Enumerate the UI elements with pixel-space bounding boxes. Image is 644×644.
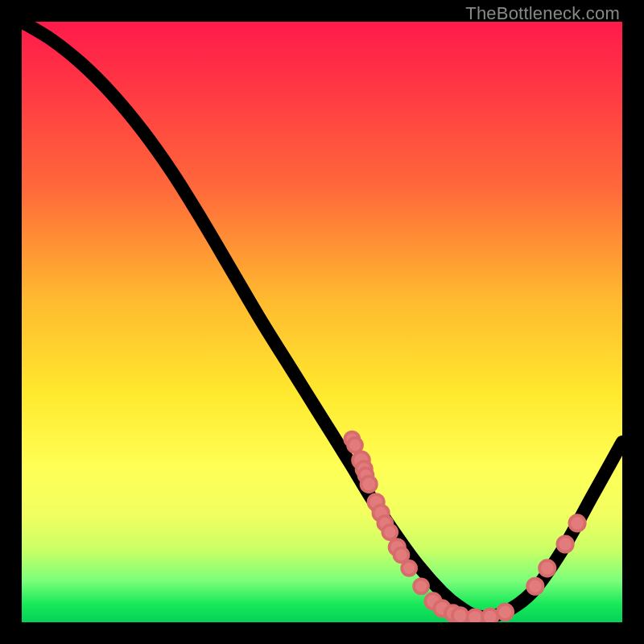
- data-marker: [361, 477, 376, 492]
- chart-container: TheBottleneck.com: [0, 0, 644, 644]
- data-marker: [452, 608, 468, 622]
- data-marker: [414, 579, 428, 593]
- plot-area: [22, 22, 622, 622]
- marker-group: [345, 432, 584, 622]
- data-marker: [539, 560, 555, 576]
- data-marker: [557, 536, 572, 551]
- data-marker: [527, 579, 543, 594]
- data-marker: [569, 515, 584, 530]
- data-marker: [382, 525, 397, 539]
- bottleneck-curve: [22, 22, 622, 617]
- data-marker: [497, 605, 513, 620]
- data-marker: [402, 561, 416, 576]
- data-marker: [348, 438, 362, 452]
- chart-svg: [22, 22, 622, 622]
- data-marker: [482, 609, 497, 622]
- data-marker: [468, 609, 483, 622]
